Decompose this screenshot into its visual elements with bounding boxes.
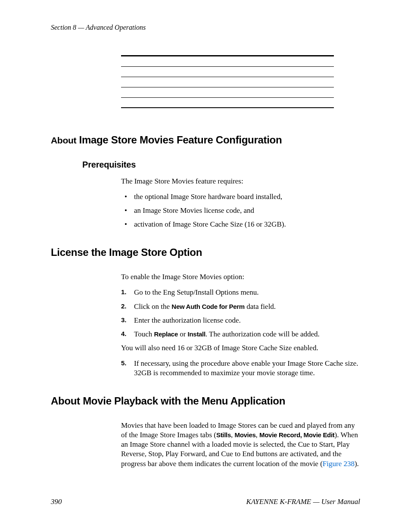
license-note: You will also need 16 or 32GB of Image S… bbox=[121, 343, 360, 353]
document-title: KAYENNE K-FRAME — User Manual bbox=[246, 498, 360, 506]
ui-label: Movie Record, Movie Edit bbox=[259, 431, 335, 439]
figure-reference-link[interactable]: Figure 238 bbox=[323, 460, 355, 468]
step-item: Click on the New Auth Code for Perm data… bbox=[121, 302, 360, 311]
empty-table bbox=[121, 55, 334, 108]
heading-playback: About Movie Playback with the Menu Appli… bbox=[51, 395, 360, 407]
heading-prefix: About bbox=[51, 135, 76, 145]
section-header: Section 8 — Advanced Operations bbox=[51, 24, 360, 31]
ui-label: Replace bbox=[154, 330, 178, 338]
list-item: an Image Store Movies license code, and bbox=[121, 206, 360, 215]
ui-label: Movies bbox=[234, 431, 255, 439]
license-steps-cont: If necessary, using the procedure above … bbox=[121, 359, 360, 378]
section-feature-config: About Image Store Movies Feature Configu… bbox=[51, 134, 360, 229]
list-item: activation of Image Store Cache Size (16… bbox=[121, 220, 360, 229]
step-item: Touch Replace or Install. The authorizat… bbox=[121, 330, 360, 339]
step-text: Click on the bbox=[134, 302, 171, 311]
page-number: 390 bbox=[51, 498, 62, 506]
step-text: or bbox=[178, 330, 188, 338]
step-text: data field. bbox=[245, 302, 276, 311]
heading-main: Image Store Movies Feature Configuration bbox=[79, 134, 282, 146]
section-license: License the Image Store Option To enable… bbox=[51, 246, 360, 378]
step-item: If necessary, using the procedure above … bbox=[121, 359, 360, 378]
step-text: . The authorization code will be added. bbox=[206, 330, 320, 338]
page-footer: 390 KAYENNE K-FRAME — User Manual bbox=[51, 498, 360, 506]
license-steps: Go to the Eng Setup/Install Options menu… bbox=[121, 288, 360, 339]
list-item: the optional Image Store hardware board … bbox=[121, 192, 360, 202]
prerequisites-list: the optional Image Store hardware board … bbox=[121, 192, 360, 229]
step-item: Go to the Eng Setup/Install Options menu… bbox=[121, 288, 360, 297]
prerequisites-intro: The Image Store Movies feature requires: bbox=[121, 177, 360, 186]
step-text: Touch bbox=[134, 330, 154, 338]
paragraph-text: ). bbox=[355, 460, 359, 468]
playback-paragraph: Movies that have been loaded to Image St… bbox=[121, 421, 360, 468]
license-intro: To enable the Image Store Movies option: bbox=[121, 272, 360, 282]
subheading-prerequisites: Prerequisites bbox=[82, 160, 360, 170]
heading-license: License the Image Store Option bbox=[51, 246, 360, 258]
ui-label: Install bbox=[188, 330, 206, 338]
section-playback: About Movie Playback with the Menu Appli… bbox=[51, 395, 360, 468]
step-item: Enter the authorization license code. bbox=[121, 316, 360, 325]
heading-feature-config: About Image Store Movies Feature Configu… bbox=[51, 134, 360, 146]
paragraph-text: , bbox=[256, 431, 260, 439]
ui-label: Stills bbox=[216, 431, 231, 439]
ui-label: New Auth Code for Perm bbox=[171, 303, 245, 310]
